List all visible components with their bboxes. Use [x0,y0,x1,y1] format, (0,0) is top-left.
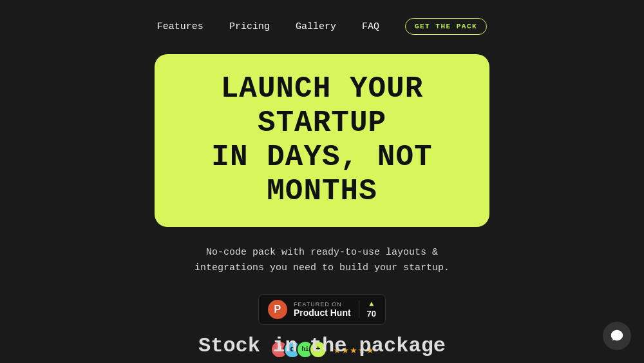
product-hunt-badge[interactable]: P FEATURED ON Product Hunt ▲ 70 [258,294,386,325]
product-hunt-upvote: ▲ 70 [359,300,376,319]
main-nav: Features Pricing Gallery FAQ GET THE PAC… [0,0,644,48]
product-hunt-icon: P [268,300,287,319]
nav-faq[interactable]: FAQ [362,21,379,32]
get-the-pack-button[interactable]: GET THE PACK [405,18,487,35]
upvote-arrow-icon: ▲ [369,300,374,309]
hero-section: LAUNCH YOUR STARTUP IN DAYS, NOT MONTHS … [0,48,644,363]
hero-headline: LAUNCH YOUR STARTUP IN DAYS, NOT MONTHS [180,72,464,209]
bottom-teaser-text: Stock in the package [198,334,446,358]
chat-icon [610,329,624,343]
headline-box: LAUNCH YOUR STARTUP IN DAYS, NOT MONTHS [155,54,489,227]
product-hunt-text: FEATURED ON Product Hunt [294,301,351,318]
nav-pricing[interactable]: Pricing [229,21,270,32]
product-hunt-name: Product Hunt [294,308,351,318]
nav-gallery[interactable]: Gallery [296,21,336,32]
nav-features[interactable]: Features [157,21,204,32]
bottom-teaser: Stock in the package [0,334,644,363]
hero-subtext: No-code pack with ready-to-use layouts &… [184,245,460,276]
upvote-count: 70 [367,309,376,319]
chat-button[interactable] [603,322,631,350]
featured-label: FEATURED ON [294,301,342,308]
